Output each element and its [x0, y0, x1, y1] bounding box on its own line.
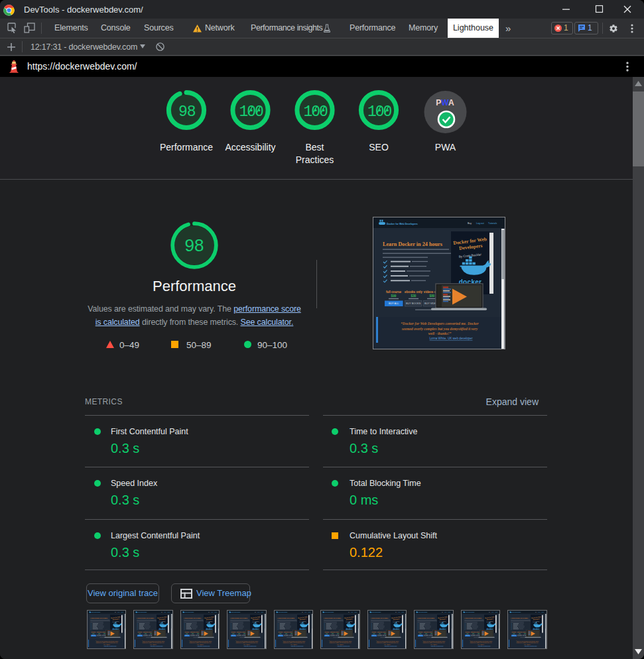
- svg-text:100: 100: [303, 103, 328, 121]
- svg-text:98: 98: [178, 103, 196, 121]
- svg-text:100: 100: [367, 103, 392, 121]
- svg-text:PWA: PWA: [436, 98, 454, 107]
- svg-text:98: 98: [185, 235, 204, 255]
- svg-text:100: 100: [239, 103, 263, 121]
